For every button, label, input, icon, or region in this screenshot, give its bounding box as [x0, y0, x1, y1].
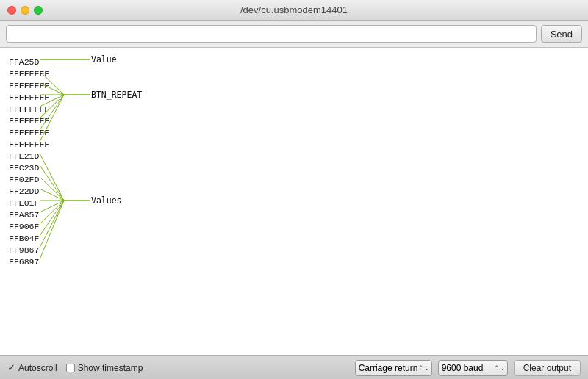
timestamp-label: Show timestamp	[78, 363, 143, 373]
output-line: FFFFFFFF	[9, 115, 579, 127]
output-content: Value BTN_REPEAT Values	[9, 54, 579, 268]
status-bar: ✓ Autoscroll Show timestamp Newline Carr…	[0, 355, 588, 379]
status-left: ✓ Autoscroll Show timestamp	[7, 362, 346, 373]
output-line: FFC23D	[9, 162, 579, 174]
close-button[interactable]	[7, 6, 16, 15]
output-line: FF02FD	[9, 174, 579, 186]
window-controls	[7, 6, 43, 15]
status-right: Newline Carriage return Both NL & CR No …	[355, 360, 581, 376]
output-line: FFFFFFFF	[9, 104, 579, 115]
autoscroll-checkmark: ✓	[7, 362, 15, 373]
clear-output-button[interactable]: Clear output	[514, 360, 581, 376]
output-line: FFE21D	[9, 151, 579, 162]
output-line: FFE01F	[9, 198, 579, 209]
timestamp-checkbox[interactable]	[66, 364, 75, 372]
output-area: Value BTN_REPEAT Values	[0, 48, 588, 355]
output-line: FFFFFFFF	[9, 68, 579, 80]
timestamp-control[interactable]: Show timestamp	[66, 363, 143, 373]
send-button[interactable]: Send	[541, 25, 582, 43]
output-line: FFFFFFFF	[9, 80, 579, 92]
carriage-return-wrapper: Newline Carriage return Both NL & CR No …	[355, 360, 432, 376]
autoscroll-control[interactable]: ✓ Autoscroll	[7, 362, 57, 373]
output-line: FFFFFFFF	[9, 127, 579, 139]
output-line: FFA25D	[9, 57, 579, 68]
baud-rate-select[interactable]: 300 baud 1200 baud 2400 baud 4800 baud 9…	[438, 360, 508, 376]
baud-rate-wrapper: 300 baud 1200 baud 2400 baud 4800 baud 9…	[438, 360, 508, 376]
minimize-button[interactable]	[21, 6, 29, 15]
output-line: FFFFFFFF	[9, 92, 579, 104]
input-row: Send	[0, 21, 588, 48]
window-title: /dev/cu.usbmodem14401	[240, 4, 348, 15]
title-bar: /dev/cu.usbmodem14401	[0, 0, 588, 21]
output-line: FFFFFFFF	[9, 139, 579, 151]
output-lines: FFA25D FFFFFFFF FFFFFFFF FFFFFFFF FFFFFF…	[9, 57, 579, 268]
output-line: FF6897	[9, 256, 579, 268]
carriage-return-select[interactable]: Newline Carriage return Both NL & CR No …	[355, 360, 432, 376]
output-line: FFB04F	[9, 233, 579, 245]
autoscroll-label: Autoscroll	[18, 363, 57, 373]
output-line: FF906F	[9, 221, 579, 233]
command-input[interactable]	[6, 25, 537, 43]
output-line: FF22DD	[9, 186, 579, 198]
output-line: FF9867	[9, 245, 579, 256]
maximize-button[interactable]	[34, 6, 43, 15]
output-line: FFA857	[9, 209, 579, 221]
